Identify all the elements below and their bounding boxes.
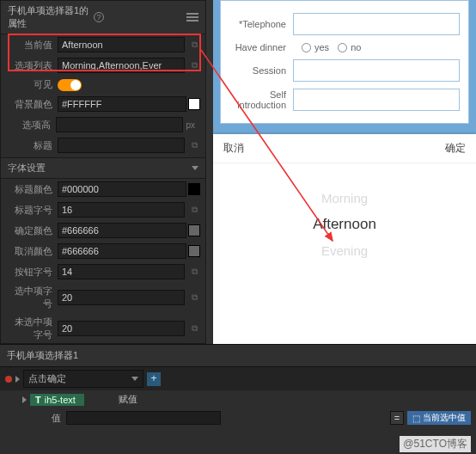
properties-panel: 手机单项选择器1的属性 ? 当前值 ⧉ 选项列表 ⧉ 可见 背景颜色 选项高 [0,0,206,344]
add-event-button[interactable]: + [147,372,161,386]
font-section[interactable]: 字体设置 [1,157,205,179]
row-title: 标题 ⧉ [1,135,205,156]
param-input[interactable] [66,411,221,425]
titlesize-input[interactable] [58,202,185,218]
link-icon[interactable]: ⧉ [188,291,200,304]
label: 标题 [6,139,58,152]
event-name: 点击确定 [28,372,66,385]
row-unselsize: 未选中项字号 ⧉ [1,313,205,344]
label: 选中项字号 [6,285,58,310]
selsize-input[interactable] [58,290,185,305]
label: 未选中项字号 [6,316,58,341]
assign-row: 值 = ⬚ 当前选中值 [0,408,476,427]
visible-toggle[interactable] [58,79,82,91]
label: 选项列表 [6,59,58,72]
timeline-title: 手机单项选择器1 [0,345,476,367]
row-titlecolor: 标题颜色 [1,179,205,199]
var-icon: ⬚ [412,414,420,423]
label: 可见 [6,78,58,91]
menu-icon[interactable] [186,13,198,21]
expand-icon[interactable] [22,396,27,403]
label: 当前值 [6,39,58,52]
form-row-session: Session [229,59,460,82]
link-icon[interactable]: ⧉ [188,204,200,216]
event-select[interactable]: 点击确定 [23,370,143,388]
link-icon[interactable]: ⧉ [188,266,200,278]
radio-yes[interactable] [302,43,311,52]
label: 标题字号 [6,204,58,217]
current-value-input[interactable] [58,37,185,52]
row-selsize: 选中项字号 ⧉ [1,282,205,313]
binding-badge[interactable]: ⬚ 当前选中值 [407,411,471,425]
picker-header: 取消 确定 [213,134,476,163]
label: 选项高 [6,119,56,132]
picker-option[interactable]: Evening [213,238,476,263]
event-row: 点击确定 + [0,367,476,390]
picker-cancel-button[interactable]: 取消 [223,141,244,156]
panel-header: 手机单项选择器1的属性 ? [1,1,205,34]
row-visible: 可见 [1,76,205,94]
form-card: *Telephone Have dinner yes no Session Se… [220,0,469,124]
target-name: ih5-text [45,395,76,405]
link-icon[interactable]: ⧉ [188,322,200,334]
label: 取消颜色 [6,245,58,258]
param-label: 值 [52,412,61,425]
link-icon[interactable]: ⧉ [188,59,200,71]
panel-title: 手机单项选择器1的属性 [8,4,90,30]
row-bgcolor: 背景颜色 [1,94,205,114]
expand-icon[interactable] [15,376,20,383]
form-row-dinner: Have dinner yes no [229,42,460,52]
help-icon[interactable]: ? [94,12,104,22]
watermark: @51CTO博客 [400,436,471,452]
row-okcolor: 确定颜色 [1,220,205,241]
field-label: Have dinner [229,42,293,52]
target-row: T ih5-text 赋值 [17,390,476,408]
row-titlesize: 标题字号 ⧉ [1,199,205,220]
color-swatch[interactable] [188,183,200,195]
row-optheight: 选项高 px [1,114,205,135]
form-row-telephone: *Telephone [229,13,460,35]
unit: px [183,120,200,130]
okcolor-input[interactable] [58,223,186,238]
selfintro-input[interactable] [293,89,460,111]
link-icon[interactable]: ⧉ [188,39,200,51]
row-options-list: 选项列表 ⧉ [1,55,205,76]
label: 标题颜色 [6,183,58,196]
text-icon: T [35,395,41,405]
radio-label: yes [314,42,329,52]
radio-no[interactable] [338,43,347,52]
form-row-selfintro: Self introduction [229,89,460,111]
row-current-value: 当前值 ⧉ [1,34,205,55]
label: 确定颜色 [6,224,58,237]
row-btnsize: 按钮字号 ⧉ [1,261,205,282]
picker-wheel[interactable]: Morning Afternoon Evening [213,186,476,263]
color-swatch[interactable] [188,98,200,110]
color-swatch[interactable] [188,245,200,257]
picker-option[interactable]: Morning [213,186,476,211]
telephone-input[interactable] [293,13,460,35]
bgcolor-input[interactable] [58,96,186,112]
badge-text: 当前选中值 [423,412,466,424]
field-label: Self introduction [229,89,293,110]
link-icon[interactable]: ⧉ [188,139,200,151]
options-list-input[interactable] [58,58,185,73]
action-label: 赋值 [119,393,137,406]
cancelcolor-input[interactable] [58,243,186,259]
target-tag[interactable]: T ih5-text [30,394,84,406]
optheight-input[interactable] [56,117,183,132]
btnsize-input[interactable] [58,264,185,279]
picker-ok-button[interactable]: 确定 [445,141,466,156]
radio-label: no [351,42,361,52]
unselsize-input[interactable] [58,321,185,336]
row-cancelcolor: 取消颜色 [1,241,205,261]
picker-option-selected[interactable]: Afternoon [213,211,476,238]
session-input[interactable] [293,59,460,82]
chevron-down-icon [192,166,198,170]
color-swatch[interactable] [188,224,200,236]
ruler [206,0,213,344]
equals-icon[interactable]: = [390,411,404,425]
chevron-down-icon [131,377,138,381]
titlecolor-input[interactable] [58,181,186,197]
field-label: *Telephone [229,19,293,29]
title-input[interactable] [58,138,185,153]
